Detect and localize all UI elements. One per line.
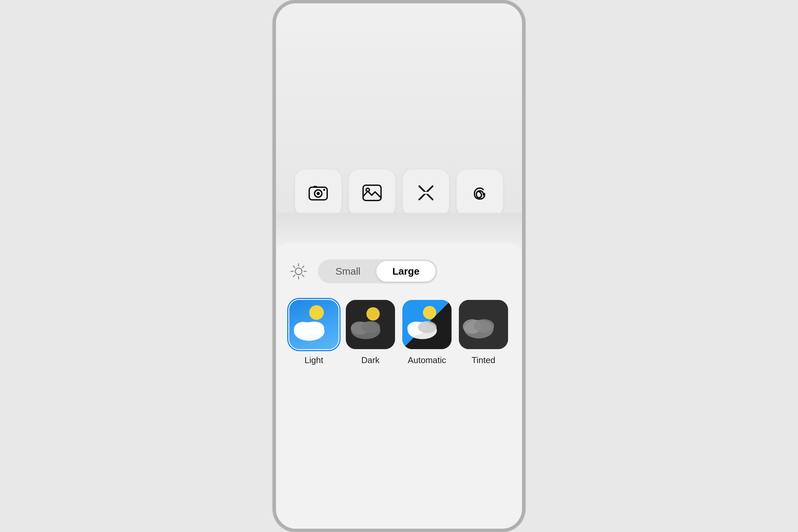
threads-icon [468,181,491,205]
svg-point-4 [323,189,325,191]
svg-point-10 [295,268,302,274]
widget-item-light[interactable]: Light [289,300,339,365]
photos-app-icon[interactable] [349,170,395,216]
widget-item-tinted[interactable]: Tinted [459,300,508,365]
large-size-button[interactable]: Large [376,261,436,282]
tinted-weather-svg [459,300,502,343]
widget-icon-dark [346,300,395,349]
light-weather-svg [289,300,332,343]
capcut-icon [414,181,438,205]
svg-point-6 [366,188,369,191]
widget-label-automatic: Automatic [407,355,446,365]
svg-rect-3 [313,186,317,188]
svg-point-19 [309,305,324,320]
app-icons-row [295,170,503,216]
upper-area [276,3,522,229]
widget-item-dark[interactable]: Dark [346,300,395,365]
widget-label-light: Light [305,355,323,365]
widget-icon-automatic [402,300,452,349]
svg-point-33 [474,319,494,332]
svg-line-16 [302,275,304,277]
widget-label-dark: Dark [361,355,380,365]
widget-label-tinted: Tinted [472,355,495,365]
widget-icon-light [289,300,339,349]
svg-point-22 [304,322,324,335]
small-size-button[interactable]: Small [320,261,376,282]
svg-point-27 [423,306,436,319]
controls-row: Small Large [289,259,509,283]
widget-variants: Light Dark [289,300,509,365]
dark-weather-svg [346,300,389,343]
svg-line-15 [293,266,295,268]
widget-item-automatic[interactable]: Automatic [402,300,452,365]
size-toggle: Small Large [318,259,437,283]
svg-point-26 [361,321,380,333]
auto-weather-svg [402,300,445,343]
camera-app-icon[interactable] [295,170,341,216]
widget-icon-tinted [459,300,508,349]
svg-point-2 [317,192,320,195]
camera-icon [307,181,330,205]
threads-app-icon[interactable] [457,170,503,216]
brightness-icon [289,262,308,281]
capcut-app-icon[interactable] [403,170,449,216]
svg-point-23 [366,307,380,321]
bottom-panel: Small Large [276,243,522,529]
phone-frame: Small Large [273,0,525,532]
svg-point-30 [418,321,437,333]
svg-line-18 [293,275,295,277]
svg-line-17 [302,266,304,268]
photos-icon [360,181,384,205]
